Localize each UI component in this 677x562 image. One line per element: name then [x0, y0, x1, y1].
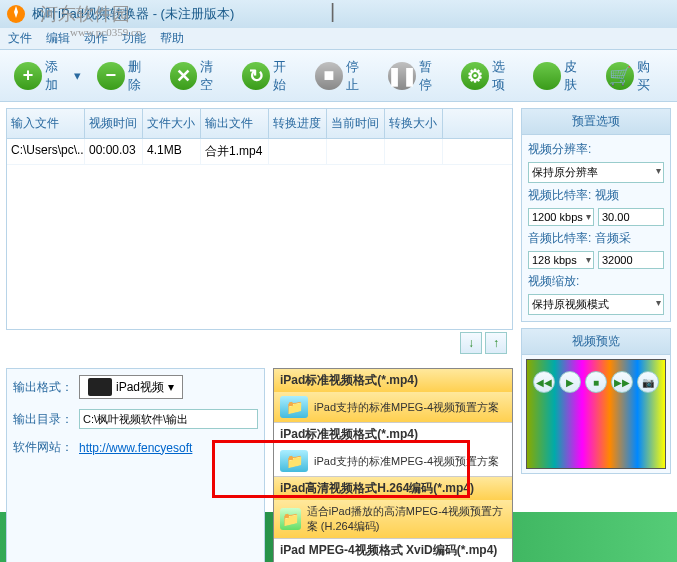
resolution-select[interactable]: 保持原分辨率: [528, 162, 664, 183]
scale-label: 视频缩放:: [528, 273, 664, 290]
aextra-label: 音频采: [595, 230, 657, 247]
col-progress[interactable]: 转换进度: [269, 109, 327, 138]
gear-icon: ⚙: [461, 62, 489, 90]
stop2-button[interactable]: ■: [585, 371, 607, 393]
vextra-label: 视频: [595, 187, 657, 204]
refresh-icon: ↻: [242, 62, 270, 90]
stop-button[interactable]: ■停止: [309, 54, 378, 98]
format-select-button[interactable]: iPad视频 ▾: [79, 375, 183, 399]
options-button[interactable]: ⚙选项: [455, 54, 524, 98]
folder-icon: 📁: [280, 508, 301, 530]
prev-button[interactable]: ◀◀: [533, 371, 555, 393]
site-link[interactable]: http://www.fencyesoft: [79, 441, 192, 455]
col-input[interactable]: 输入文件: [7, 109, 85, 138]
col-csize[interactable]: 转换大小: [385, 109, 443, 138]
preview-title: 视频预览: [522, 329, 670, 355]
folder-icon: 📁: [280, 450, 308, 472]
playback-controls: ◀◀ ▶ ■ ▶▶ 📷: [521, 368, 671, 396]
cart-icon: 🛒: [606, 62, 634, 90]
toolbar: +添加▾ −删除 ✕清空 ↻开始 ■停止 ❚❚暂停 ⚙选项 皮肤 🛒购买: [0, 50, 677, 102]
menu-help[interactable]: 帮助: [160, 30, 184, 47]
add-button[interactable]: +添加▾: [8, 54, 87, 98]
text-caret: |: [330, 0, 335, 23]
resolution-label: 视频分辨率:: [528, 141, 664, 158]
format-dropdown: iPad标准视频格式(*.mp4) 📁iPad支持的标准MPEG-4视频预置方案…: [273, 368, 513, 562]
delete-button[interactable]: −删除: [91, 54, 160, 98]
scale-select[interactable]: 保持原视频模式: [528, 294, 664, 315]
x-icon: ✕: [170, 62, 198, 90]
format-option[interactable]: iPad标准视频格式(*.mp4) 📁iPad支持的标准MPEG-4视频预置方案: [274, 423, 512, 477]
menu-function[interactable]: 功能: [122, 30, 146, 47]
preset-title: 预置选项: [522, 109, 670, 135]
format-option[interactable]: iPad标准视频格式(*.mp4) 📁iPad支持的标准MPEG-4视频预置方案: [274, 369, 512, 423]
menubar: 文件 编辑 动作 功能 帮助: [0, 28, 677, 50]
format-option[interactable]: iPad高清视频格式H.264编码(*.mp4) 📁适合iPad播放的高清MPE…: [274, 477, 512, 539]
format-option[interactable]: iPad MPEG-4视频格式 XviD编码(*.mp4) 📁为iPad优化的M…: [274, 539, 512, 562]
table-row[interactable]: C:\Users\pc\... 00:00.03 4.1MB 合并1.mp4: [7, 139, 512, 165]
buy-button[interactable]: 🛒购买: [600, 54, 669, 98]
menu-file[interactable]: 文件: [8, 30, 32, 47]
move-up-button[interactable]: ↑: [485, 332, 507, 354]
col-ctime[interactable]: 当前时间: [327, 109, 385, 138]
file-table: 输入文件 视频时间 文件大小 输出文件 转换进度 当前时间 转换大小 C:\Us…: [6, 108, 513, 330]
clear-button[interactable]: ✕清空: [164, 54, 233, 98]
vextra-input[interactable]: 30.00: [598, 208, 664, 226]
window-title: 枫叶iPad视频转换器 - (未注册版本): [32, 5, 234, 23]
site-label: 软件网站：: [13, 439, 73, 456]
output-panel: 输出格式： iPad视频 ▾ 输出目录： 软件网站： http://www.fe…: [6, 368, 265, 562]
dir-label: 输出目录：: [13, 411, 73, 428]
pause-icon: ❚❚: [388, 62, 416, 90]
vbitrate-select[interactable]: 1200 kbps: [528, 208, 594, 226]
ipad-icon: [88, 378, 112, 396]
menu-action[interactable]: 动作: [84, 30, 108, 47]
preset-panel: 预置选项 视频分辨率: 保持原分辨率 视频比特率: 视频 1200 kbps 3…: [521, 108, 671, 322]
abitrate-select[interactable]: 128 kbps: [528, 251, 594, 269]
reorder-buttons: ↓ ↑: [6, 330, 513, 356]
aextra-input[interactable]: 32000: [598, 251, 664, 269]
apple-icon: [533, 62, 561, 90]
col-vtime[interactable]: 视频时间: [85, 109, 143, 138]
pause-button[interactable]: ❚❚暂停: [382, 54, 451, 98]
col-output[interactable]: 输出文件: [201, 109, 269, 138]
minus-icon: −: [97, 62, 125, 90]
format-label: 输出格式：: [13, 379, 73, 396]
col-fsize[interactable]: 文件大小: [143, 109, 201, 138]
folder-icon: 📁: [280, 396, 308, 418]
vbitrate-label: 视频比特率:: [528, 187, 591, 204]
table-header: 输入文件 视频时间 文件大小 输出文件 转换进度 当前时间 转换大小: [7, 109, 512, 139]
app-logo-icon: [6, 4, 26, 24]
menu-edit[interactable]: 编辑: [46, 30, 70, 47]
titlebar: 枫叶iPad视频转换器 - (未注册版本): [0, 0, 677, 28]
abitrate-label: 音频比特率:: [528, 230, 591, 247]
stop-icon: ■: [315, 62, 343, 90]
plus-icon: +: [14, 62, 42, 90]
snapshot-button[interactable]: 📷: [637, 371, 659, 393]
play-button[interactable]: ▶: [559, 371, 581, 393]
move-down-button[interactable]: ↓: [460, 332, 482, 354]
start-button[interactable]: ↻开始: [236, 54, 305, 98]
dir-input[interactable]: [79, 409, 258, 429]
next-button[interactable]: ▶▶: [611, 371, 633, 393]
skin-button[interactable]: 皮肤: [527, 54, 596, 98]
